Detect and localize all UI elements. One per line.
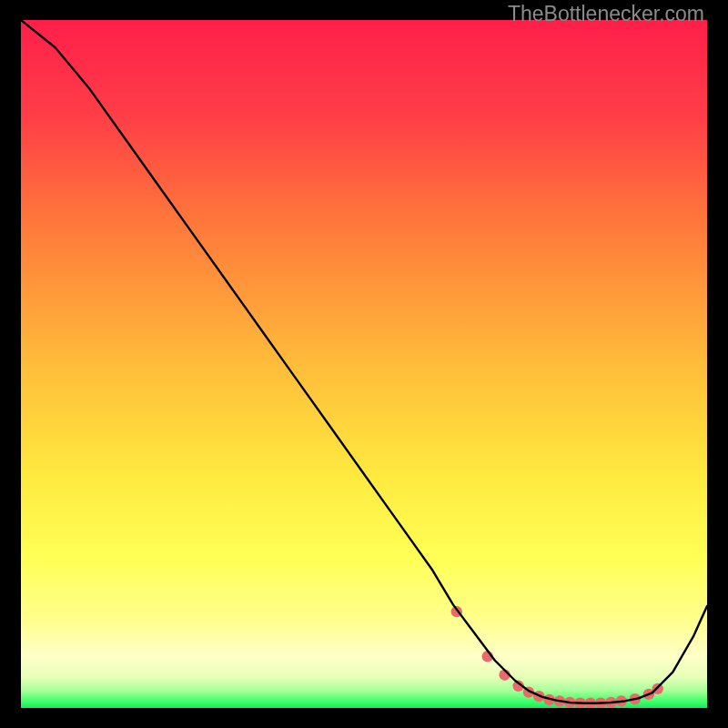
chart-frame xyxy=(21,20,707,708)
bottleneck-chart xyxy=(21,20,707,708)
gradient-background xyxy=(21,20,707,708)
watermark-label: TheBottlenecker.com xyxy=(508,2,704,26)
